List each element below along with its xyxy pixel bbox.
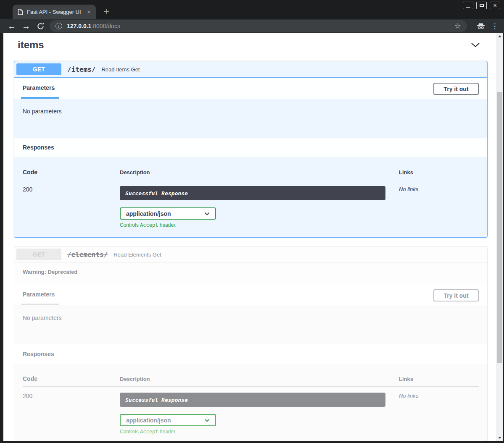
parameters-body: No parameters	[14, 305, 487, 344]
responses-label: Responses	[23, 144, 54, 151]
scrollbar-thumb[interactable]	[497, 92, 502, 363]
accept-header-hint: Controls Accept header.	[120, 222, 399, 228]
column-links: Links	[399, 376, 479, 382]
responses-label: Responses	[23, 351, 54, 357]
response-links: No links	[399, 393, 479, 435]
tab-parameters: Parameters	[23, 78, 55, 99]
column-code: Code	[23, 375, 120, 382]
responses-header: Responses	[14, 138, 487, 157]
endpoint-summary[interactable]: GET /elements/ Read Elements Get	[14, 246, 487, 263]
responses-body: Code Description Links 200 Successful Re…	[14, 157, 487, 237]
select-chevron-icon	[204, 419, 210, 422]
reload-button[interactable]	[34, 22, 47, 30]
forward-button[interactable]: →	[19, 20, 33, 32]
response-code: 200	[23, 393, 120, 435]
browser-toolbar: ← → i 127.0.0.1:8000/docs ☆ ⋮	[0, 19, 504, 33]
bookmark-star-icon[interactable]: ☆	[454, 21, 461, 31]
endpoint-description: Read Elements Get	[113, 252, 161, 258]
back-button[interactable]: ←	[5, 20, 18, 32]
tag-section-header[interactable]: items	[14, 37, 488, 56]
site-info-icon[interactable]: i	[55, 23, 62, 29]
column-links: Links	[399, 169, 479, 176]
endpoint-summary[interactable]: GET /items/ Read Items Get	[14, 61, 487, 78]
tab-strip: Fast API - Swagger UI × + ✕	[0, 0, 504, 19]
response-code: 200	[23, 186, 120, 228]
up-triangle-icon	[498, 35, 501, 37]
minimize-icon	[466, 7, 470, 8]
parameters-label: Parameters	[23, 291, 55, 298]
column-code: Code	[23, 169, 120, 176]
endpoint-path: /items/	[67, 66, 95, 73]
method-badge: GET	[16, 63, 61, 75]
new-tab-button[interactable]: +	[103, 7, 109, 16]
response-description-banner: Successful Response	[120, 186, 385, 200]
endpoint-description: Read Items Get	[101, 66, 140, 73]
responses-table-head: Code Description Links	[23, 372, 479, 387]
tag-title: items	[18, 39, 44, 51]
page-viewport: items GET /items/ Read Items Get Paramet…	[0, 33, 504, 443]
parameters-header: Parameters Try it out	[14, 78, 487, 99]
parameters-header: Parameters Try it out	[14, 284, 487, 305]
response-description-text: Successful Response	[125, 397, 188, 403]
close-button[interactable]: ✕	[490, 2, 500, 9]
active-tab-underline	[21, 304, 59, 305]
down-triangle-icon	[498, 437, 501, 439]
responses-header: Responses	[14, 344, 487, 364]
url-path: :8000/docs	[91, 23, 120, 29]
response-row: 200 Successful Response application/json…	[23, 180, 479, 228]
browser-tab[interactable]: Fast API - Swagger UI ×	[13, 5, 96, 19]
scrollbar-down-arrow[interactable]	[496, 435, 503, 441]
response-description-banner: Successful Response	[120, 393, 385, 407]
scrollbar-up-arrow[interactable]	[496, 33, 503, 39]
url-text: 127.0.0.1:8000/docs	[67, 23, 450, 29]
deprecated-warning: Warning: Deprecated	[14, 263, 487, 284]
incognito-icon	[476, 23, 486, 29]
tab-title: Fast API - Swagger UI	[27, 9, 82, 15]
page-scrollbar	[496, 33, 503, 441]
address-bar[interactable]: i 127.0.0.1:8000/docs ☆	[50, 20, 467, 32]
no-parameters-text: No parameters	[23, 315, 62, 321]
active-tab-underline	[21, 97, 59, 99]
close-icon: ✕	[493, 3, 497, 8]
no-parameters-text: No parameters	[23, 108, 62, 115]
endpoint-path: /elements/	[67, 251, 108, 259]
try-it-out-button[interactable]: Try it out	[433, 289, 479, 301]
page-icon	[18, 9, 23, 15]
media-type-select[interactable]: application/json	[120, 414, 216, 426]
browser-window: Fast API - Swagger UI × + ✕ ← → i 127.0.…	[0, 0, 504, 443]
media-type-select[interactable]: application/json	[120, 207, 216, 220]
media-type-value: application/json	[126, 210, 171, 217]
parameters-body: No parameters	[14, 99, 487, 138]
method-badge: GET	[16, 249, 61, 260]
maximize-icon	[480, 4, 484, 7]
url-host: 127.0.0.1	[67, 23, 91, 29]
response-description-text: Successful Response	[125, 190, 188, 197]
column-description: Description	[120, 376, 399, 382]
tab-parameters: Parameters	[23, 284, 55, 305]
collapse-chevron-icon[interactable]	[468, 41, 483, 49]
response-links: No links	[399, 186, 479, 228]
endpoint-get-elements-deprecated: GET /elements/ Read Elements Get Warning…	[14, 246, 488, 441]
parameters-label: Parameters	[23, 84, 55, 91]
minimize-button[interactable]	[463, 2, 473, 9]
column-description: Description	[120, 169, 399, 176]
responses-body: Code Description Links 200 Successful Re…	[14, 364, 487, 441]
accept-header-hint: Controls Accept header.	[120, 429, 399, 435]
try-it-out-button[interactable]: Try it out	[433, 83, 479, 95]
select-chevron-icon	[204, 212, 210, 215]
window-controls: ✕	[463, 2, 500, 9]
responses-table-head: Code Description Links	[23, 165, 479, 180]
response-row: 200 Successful Response application/json…	[23, 387, 479, 435]
browser-menu-button[interactable]: ⋮	[491, 22, 499, 31]
swagger-page: items GET /items/ Read Items Get Paramet…	[3, 33, 496, 441]
maximize-button[interactable]	[476, 2, 487, 9]
endpoint-get-items: GET /items/ Read Items Get Parameters Tr…	[14, 61, 488, 238]
media-type-value: application/json	[126, 417, 171, 424]
tab-close-icon[interactable]: ×	[85, 8, 92, 16]
